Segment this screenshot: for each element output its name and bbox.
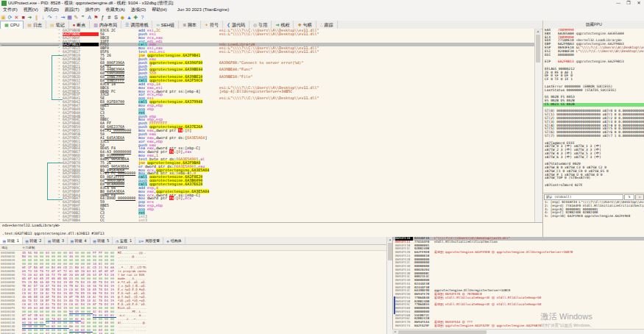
menu-item-O[interactable]: 选项(O) xyxy=(128,7,149,13)
tab-label: 调用堆栈 xyxy=(130,21,148,29)
scroll-up-icon[interactable]: ▲ xyxy=(535,29,541,34)
dump-tab-label: 转储 2 xyxy=(29,238,41,244)
step-into-icon[interactable]: ↓ xyxy=(40,14,46,21)
tab-跟踪[interactable]: ∴跟踪 xyxy=(316,21,338,29)
tab-label: 脚本 xyxy=(188,21,197,29)
argument-row[interactable]: 5: [esp+10] 6A2FE9E8 qqprotectengine.6A2… xyxy=(543,215,644,218)
disassembly-pane[interactable]: •6A2F9B0B83C6 2Cadd esi,2Cesi:L"\\\\?\\C… xyxy=(0,29,534,222)
disasm-bytes: CC xyxy=(100,218,137,222)
memory-map-icon[interactable]: ▦ xyxy=(66,14,73,21)
menu-item-P[interactable]: 插件(P) xyxy=(82,7,103,13)
tab-label: 符号 xyxy=(210,21,219,29)
label-icon[interactable]: A xyxy=(86,14,93,21)
pause-icon[interactable]: ∥ xyxy=(33,14,40,21)
tab-label: 断点 xyxy=(77,21,85,29)
源代码-tab-icon: ❮ xyxy=(227,21,230,29)
bookmark-icon[interactable]: ⚑ xyxy=(93,14,99,21)
cpu-tab-icon: ▦ xyxy=(4,21,9,29)
tab-脚本[interactable]: ≣脚本 xyxy=(179,21,201,29)
tab-SEH链[interactable]: ∞SEH链 xyxy=(152,21,179,29)
execute-till-return-icon[interactable]: ⇥ xyxy=(60,14,66,21)
tab-日志[interactable]: ▤日志 xyxy=(24,21,46,29)
dump-header-hex: 十六进制 xyxy=(22,245,35,250)
stack-value: 6A2FA29F xyxy=(414,324,433,328)
dump-header: 地址 十六进制 ASCII xyxy=(0,245,392,251)
tab-符号[interactable]: ✦符号 xyxy=(201,21,223,29)
settings-icon[interactable]: ✚ xyxy=(132,14,139,21)
menu-item-A[interactable]: 收藏夹(A) xyxy=(103,7,128,13)
dump-tab-icon: ▤ xyxy=(26,238,29,244)
restore-button[interactable]: ❐ xyxy=(623,0,634,7)
disasm-address: 6A2F9BB4 xyxy=(63,218,99,222)
dump-tab-监视1[interactable]: ◔监视 1 xyxy=(113,237,135,244)
stack-pane[interactable]: 0693FE100244AF34L"\\\\?\\C:\\Users\\A\\D… xyxy=(392,237,644,329)
register-value: 00000000 xyxy=(558,53,574,57)
调用堆栈-tab-icon: ☰ xyxy=(125,21,129,29)
tab-句柄[interactable]: ❖句柄 xyxy=(294,21,316,29)
tab-引用[interactable]: ◎引用 xyxy=(250,21,272,29)
menu-item-V[interactable]: 视图(V) xyxy=(21,7,41,13)
argument-count-spinner[interactable]: 5 xyxy=(624,194,634,200)
run-icon[interactable]: ➜ xyxy=(26,14,33,21)
menu-item-D[interactable]: 调试(D) xyxy=(41,7,62,13)
dump-rows: 004000004D5A90000300000004000000FFFF0000… xyxy=(0,251,392,334)
stack-row[interactable]: 0693FE746A2FA29F返回到 qqprotectengine.6A2F… xyxy=(393,324,644,328)
menu-item-F[interactable]: 文件(F) xyxy=(0,7,21,13)
dump-pane[interactable]: ▤转储 1▤转储 2▤转储 3▤转储 4▤转储 5◔监视 1x=局部变量❖结构体… xyxy=(0,237,392,334)
tab-内存布局[interactable]: ▥内存布局 xyxy=(90,21,121,29)
scrollbar-thumb[interactable] xyxy=(536,35,540,63)
menu-item-H[interactable]: 帮助(H) xyxy=(149,7,169,13)
dump-tab-局部变量[interactable]: x=局部变量 xyxy=(135,237,163,244)
dump-tab-转储5[interactable]: ▤转储 5 xyxy=(91,237,113,244)
hash-icon[interactable]: # xyxy=(106,14,113,21)
disassembly-scrollbar[interactable]: ▲ xyxy=(534,29,541,222)
calling-convention-select[interactable]: 默认 (stdcall) xyxy=(544,194,623,200)
内存布局-tab-icon: ▥ xyxy=(93,21,98,29)
function-icon[interactable]: ƒ xyxy=(99,14,106,21)
disasm-row[interactable]: •6A2F9BB4CCint3 xyxy=(0,218,534,222)
arguments-pane[interactable]: 默认 (stdcall) 5 ☐ 1: [esp] 0244AF34 L"\\\… xyxy=(542,193,644,238)
help-icon[interactable]: ? xyxy=(139,14,146,21)
step-out-icon[interactable]: ↑ xyxy=(53,14,60,21)
dump-tab-转储4[interactable]: ▤转储 4 xyxy=(68,237,91,244)
tab-CPU[interactable]: ▦CPU xyxy=(0,21,24,29)
scroll-left-icon[interactable]: ◂ xyxy=(392,330,397,334)
tab-调用堆栈[interactable]: ☰调用堆栈 xyxy=(121,21,152,29)
register-line[interactable]: ST(7) 0000000000000000000000 x87r7 1 0.0… xyxy=(543,135,644,138)
dump-tab-icon: ▤ xyxy=(3,238,6,244)
lock-checkbox[interactable]: ☐ xyxy=(635,194,644,200)
app-icon xyxy=(1,1,7,6)
tab-断点[interactable]: ●断点 xyxy=(69,21,91,29)
close-button[interactable]: ✕ xyxy=(634,0,644,7)
patches-icon[interactable]: ✎ xyxy=(73,14,79,21)
dump-tab-icon: ❖ xyxy=(166,238,169,244)
graph-icon[interactable]: ▲ xyxy=(126,14,132,21)
stop-icon[interactable]: ■ xyxy=(20,14,26,21)
dump-tab-结构体[interactable]: ❖结构体 xyxy=(163,237,185,244)
dump-tab-转储2[interactable]: ▤转储 2 xyxy=(23,237,46,244)
tab-线程[interactable]: ⇉线程 xyxy=(272,21,294,29)
tab-笔记[interactable]: ▤笔记 xyxy=(46,21,69,29)
registers-pane[interactable]: EAX70899994EBX6A3E5A84qqprotectengine.6A… xyxy=(542,29,644,193)
dump-tab-转储1[interactable]: ▤转储 1 xyxy=(0,237,23,244)
lock-icon[interactable]: ◆ xyxy=(119,14,126,21)
close-icon[interactable]: ✕ xyxy=(13,14,20,21)
step-over-icon[interactable]: ↷ xyxy=(46,14,53,21)
restart-icon[interactable]: ⟳ xyxy=(7,14,13,21)
tab-源代码[interactable]: ❮源代码 xyxy=(223,21,250,29)
stack-address: 0693FE74 xyxy=(395,324,413,328)
register-name: EIP xyxy=(545,60,558,64)
stack-horizontal-scrollbar[interactable]: ◂ xyxy=(392,329,644,334)
string-refs-icon[interactable]: S xyxy=(113,14,119,21)
scrollbar-thumb[interactable] xyxy=(398,330,486,334)
breakpoint-dot-icon[interactable]: • xyxy=(58,218,62,222)
dump-tab-icon: x= xyxy=(138,238,144,244)
dump-tab-转储3[interactable]: ▤转储 3 xyxy=(45,237,68,244)
menu-item-T[interactable]: 跟踪(T) xyxy=(62,7,82,13)
open-folder-icon[interactable]: ▣ xyxy=(0,14,7,21)
comment-icon[interactable]: ❞ xyxy=(79,14,86,21)
register-line[interactable]: x87ControlWord 027F xyxy=(543,184,644,188)
dump-tab-label: 转储 5 xyxy=(97,238,109,244)
minimize-button[interactable]: — xyxy=(613,0,623,7)
线程-tab-icon: ⇉ xyxy=(275,21,279,29)
